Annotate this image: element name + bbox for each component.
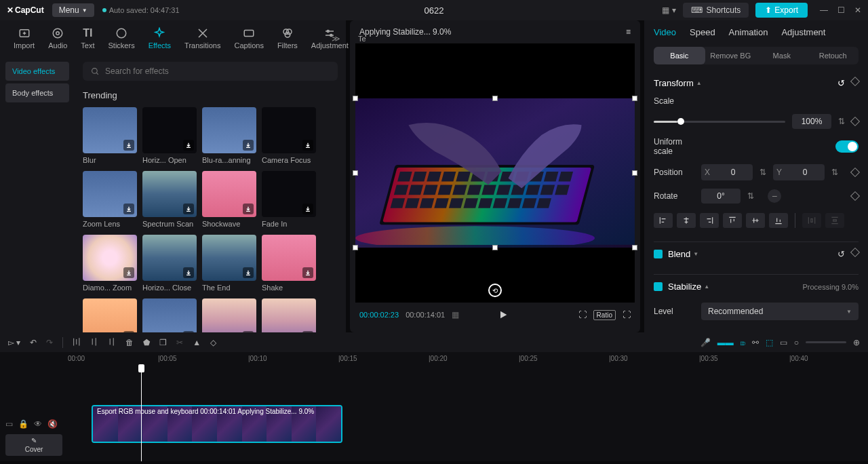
link-icon[interactable]: ⚯ — [752, 338, 759, 347]
effect-item[interactable] — [83, 298, 137, 332]
track-lock[interactable]: 🔒 — [18, 419, 28, 429]
rtab-adjustment[interactable]: Adjustment — [781, 27, 825, 37]
snap-icon[interactable]: ⬚ — [766, 338, 773, 347]
download-icon[interactable] — [302, 204, 313, 214]
effect-item[interactable]: Horizo... Close — [142, 235, 197, 292]
level-dropdown[interactable]: Recommended▼ — [701, 303, 859, 320]
distribute-v[interactable] — [825, 213, 844, 228]
download-icon[interactable] — [243, 204, 254, 214]
rotate-tool[interactable]: ◇ — [210, 338, 216, 347]
effect-item[interactable]: Fade In — [262, 171, 316, 228]
preview-menu-icon[interactable]: ≡ — [626, 27, 631, 37]
subtab-basic[interactable]: Basic — [654, 47, 705, 64]
download-icon[interactable] — [183, 204, 194, 214]
duplicate-tool[interactable]: ❐ — [159, 338, 167, 347]
posy-stepper[interactable]: ⇅ — [831, 168, 838, 177]
rtab-animation[interactable]: Animation — [729, 27, 768, 37]
rotate-handle[interactable]: ⟲ — [488, 284, 502, 297]
redo-button[interactable]: ↷ — [46, 338, 53, 347]
track-visible[interactable]: 👁 — [34, 419, 42, 429]
align-top[interactable] — [723, 213, 742, 228]
video-clip[interactable]: Esport RGB mouse and keyboard 00:00:14:0… — [92, 405, 342, 443]
compare-icon[interactable]: ▦ — [452, 310, 459, 320]
download-icon[interactable] — [243, 331, 254, 332]
effect-item[interactable]: Zoom Lens — [83, 171, 137, 228]
distribute-h[interactable] — [802, 213, 821, 228]
mic-icon[interactable]: 🎤 — [701, 338, 711, 347]
download-icon[interactable] — [243, 140, 254, 151]
align-right[interactable] — [700, 213, 719, 228]
tab-transitions[interactable]: Transitions — [178, 24, 227, 52]
download-icon[interactable] — [183, 267, 194, 278]
position-y[interactable]: 0 — [785, 164, 825, 180]
undo-button[interactable]: ↶ — [30, 338, 37, 347]
blend-reset[interactable]: ↺ — [837, 249, 845, 259]
tab-import[interactable]: Import — [7, 24, 41, 52]
tab-captions[interactable]: Captions — [227, 24, 270, 52]
preview-viewport[interactable]: ⟲ — [355, 43, 635, 303]
subtab-removebg[interactable]: Remove BG — [705, 47, 757, 64]
rotate-keyframe[interactable] — [850, 191, 860, 201]
fullscreen-icon[interactable]: ⛶ — [623, 310, 631, 320]
delete-tool[interactable]: 🗑 — [125, 338, 134, 347]
selection-tool[interactable]: ▻ ▾ — [8, 338, 20, 347]
tab-filters[interactable]: Filters — [271, 24, 304, 52]
shortcuts-button[interactable]: ⌨Shortcuts — [683, 3, 749, 18]
sidebar-video-effects[interactable]: Video effects — [5, 62, 69, 81]
download-icon[interactable] — [123, 204, 134, 214]
transform-reset[interactable]: ↺ — [837, 78, 845, 88]
rotate-value[interactable]: 0° — [701, 189, 741, 204]
effect-item[interactable]: Blur — [83, 107, 137, 164]
tabs-scroll-right[interactable]: ≫ — [332, 34, 340, 43]
marker-tool[interactable]: ⬟ — [143, 338, 150, 347]
download-icon[interactable] — [123, 140, 134, 151]
download-icon[interactable] — [302, 267, 313, 278]
download-icon[interactable] — [302, 331, 313, 332]
close-button[interactable]: ✕ — [854, 5, 861, 15]
crop-tool[interactable]: ✂ — [176, 338, 183, 347]
effect-item[interactable] — [202, 298, 256, 332]
download-icon[interactable] — [123, 331, 134, 332]
align-center-v[interactable] — [746, 213, 765, 228]
stabilize-checkbox[interactable] — [654, 282, 663, 291]
search-input[interactable]: Search for effects — [83, 62, 338, 81]
download-icon[interactable] — [123, 267, 134, 278]
posx-stepper[interactable]: ⇅ — [760, 168, 766, 177]
download-icon[interactable] — [243, 267, 254, 278]
effect-item[interactable]: Spectrum Scan — [142, 171, 197, 228]
zoom-fit[interactable]: ⊕ — [853, 338, 860, 347]
layout-icon[interactable]: ▦ ▾ — [662, 5, 675, 15]
sidebar-body-effects[interactable]: Body effects — [5, 83, 69, 102]
timeline-tracks[interactable]: Esport RGB mouse and keyboard 00:00:14:0… — [68, 366, 868, 461]
scale-slider[interactable] — [654, 121, 785, 123]
download-icon[interactable] — [183, 140, 194, 151]
play-button[interactable] — [498, 309, 509, 320]
rtab-video[interactable]: Video — [654, 27, 676, 37]
effect-item[interactable]: Shake — [262, 235, 316, 292]
menu-button[interactable]: Menu▼ — [52, 3, 94, 17]
export-button[interactable]: ⬆Export — [755, 3, 808, 18]
zoom-out[interactable]: ○ — [794, 338, 799, 347]
download-icon[interactable] — [183, 331, 194, 332]
position-keyframe[interactable] — [850, 168, 860, 177]
mirror-tool[interactable]: ▲ — [193, 338, 201, 347]
track-icon[interactable]: ▭ — [780, 338, 787, 347]
minimize-button[interactable]: — — [820, 5, 828, 15]
download-icon[interactable] — [302, 140, 313, 151]
effect-item[interactable]: Camera Focus — [262, 107, 316, 164]
tab-text[interactable]: TIText — [74, 24, 101, 52]
trim-left[interactable]: 〢 — [90, 336, 98, 348]
align-bottom[interactable] — [769, 213, 788, 228]
align-center-h[interactable] — [677, 213, 696, 228]
timeline-ruler[interactable]: 00:00|00:05|00:10|00:15|00:20|00:25|00:3… — [68, 352, 868, 366]
scale-value[interactable]: 100% — [792, 114, 831, 129]
split-tool[interactable]: 〣 — [73, 336, 81, 348]
tab-stickers[interactable]: Stickers — [102, 24, 142, 52]
scale-keyframe[interactable] — [850, 117, 860, 126]
blend-keyframe[interactable] — [850, 248, 860, 257]
effect-item[interactable]: Shockwave — [202, 171, 256, 228]
tab-effects[interactable]: Effects — [142, 24, 178, 52]
tab-audio[interactable]: Audio — [41, 24, 74, 52]
track-toggle-1[interactable]: ▭ — [5, 419, 13, 429]
effect-item[interactable]: Diamo... Zoom — [83, 235, 137, 292]
